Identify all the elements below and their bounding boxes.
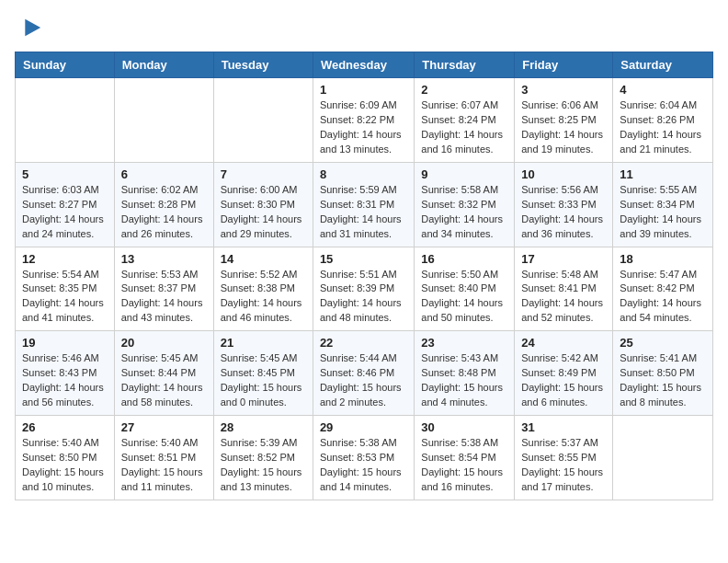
day-number: 16 [421,252,507,266]
day-cell: 22Sunrise: 5:44 AM Sunset: 8:46 PM Dayli… [313,331,414,416]
day-number: 3 [521,83,606,97]
weekday-header-tuesday: Tuesday [213,52,313,78]
day-number: 1 [320,83,407,97]
day-number: 30 [421,420,507,434]
day-cell: 26Sunrise: 5:40 AM Sunset: 8:50 PM Dayli… [16,416,115,500]
day-info: Sunrise: 5:54 AM Sunset: 8:35 PM Dayligh… [22,268,108,327]
day-number: 4 [620,83,706,97]
day-number: 19 [22,336,108,350]
day-cell: 14Sunrise: 5:52 AM Sunset: 8:38 PM Dayli… [213,247,313,331]
day-number: 27 [121,420,207,434]
day-number: 26 [22,420,108,434]
day-info: Sunrise: 5:38 AM Sunset: 8:53 PM Dayligh… [320,436,407,495]
day-info: Sunrise: 5:46 AM Sunset: 8:43 PM Dayligh… [22,351,108,410]
weekday-header-sunday: Sunday [16,52,115,78]
weekday-header-monday: Monday [114,52,213,78]
day-cell: 3Sunrise: 6:06 AM Sunset: 8:25 PM Daylig… [515,78,613,163]
day-cell: 5Sunrise: 6:03 AM Sunset: 8:27 PM Daylig… [16,162,115,247]
day-cell: 17Sunrise: 5:48 AM Sunset: 8:41 PM Dayli… [515,247,613,331]
day-info: Sunrise: 6:09 AM Sunset: 8:22 PM Dayligh… [320,98,407,157]
svg-marker-0 [25,19,40,37]
day-info: Sunrise: 5:51 AM Sunset: 8:39 PM Dayligh… [320,268,407,327]
day-cell: 27Sunrise: 5:40 AM Sunset: 8:51 PM Dayli… [114,416,213,500]
week-row-3: 12Sunrise: 5:54 AM Sunset: 8:35 PM Dayli… [16,247,713,331]
week-row-4: 19Sunrise: 5:46 AM Sunset: 8:43 PM Dayli… [16,331,713,416]
day-number: 18 [620,252,706,266]
day-number: 22 [320,336,407,350]
day-info: Sunrise: 5:59 AM Sunset: 8:31 PM Dayligh… [320,183,407,242]
day-number: 24 [521,336,606,350]
day-cell: 7Sunrise: 6:00 AM Sunset: 8:30 PM Daylig… [213,162,313,247]
day-info: Sunrise: 5:47 AM Sunset: 8:42 PM Dayligh… [620,268,706,327]
day-info: Sunrise: 5:40 AM Sunset: 8:50 PM Dayligh… [22,436,108,495]
day-info: Sunrise: 6:02 AM Sunset: 8:28 PM Dayligh… [121,183,207,242]
day-number: 13 [121,252,207,266]
day-number: 28 [221,420,306,434]
day-cell: 21Sunrise: 5:45 AM Sunset: 8:45 PM Dayli… [213,331,313,416]
day-info: Sunrise: 5:48 AM Sunset: 8:41 PM Dayligh… [521,268,606,327]
week-row-1: 1Sunrise: 6:09 AM Sunset: 8:22 PM Daylig… [16,78,713,163]
day-info: Sunrise: 5:39 AM Sunset: 8:52 PM Dayligh… [221,436,306,495]
day-number: 23 [421,336,507,350]
day-cell: 10Sunrise: 5:56 AM Sunset: 8:33 PM Dayli… [515,162,613,247]
day-cell: 24Sunrise: 5:42 AM Sunset: 8:49 PM Dayli… [515,331,613,416]
day-cell: 18Sunrise: 5:47 AM Sunset: 8:42 PM Dayli… [613,247,713,331]
logo [15,15,42,40]
week-row-5: 26Sunrise: 5:40 AM Sunset: 8:50 PM Dayli… [16,416,713,500]
weekday-header-friday: Friday [515,52,613,78]
day-number: 12 [22,252,108,266]
day-cell: 9Sunrise: 5:58 AM Sunset: 8:32 PM Daylig… [415,162,515,247]
weekday-header-wednesday: Wednesday [313,52,414,78]
day-info: Sunrise: 5:58 AM Sunset: 8:32 PM Dayligh… [421,183,507,242]
day-info: Sunrise: 5:41 AM Sunset: 8:50 PM Dayligh… [620,351,706,410]
day-number: 9 [421,167,507,181]
week-row-2: 5Sunrise: 6:03 AM Sunset: 8:27 PM Daylig… [16,162,713,247]
day-info: Sunrise: 5:52 AM Sunset: 8:38 PM Dayligh… [221,268,306,327]
day-cell: 30Sunrise: 5:38 AM Sunset: 8:54 PM Dayli… [415,416,515,500]
day-info: Sunrise: 5:37 AM Sunset: 8:55 PM Dayligh… [521,436,606,495]
day-info: Sunrise: 5:50 AM Sunset: 8:40 PM Dayligh… [421,268,507,327]
day-cell [114,78,213,163]
logo-icon [17,15,42,40]
day-cell [213,78,313,163]
day-number: 25 [620,336,706,350]
day-number: 17 [521,252,606,266]
day-info: Sunrise: 6:07 AM Sunset: 8:24 PM Dayligh… [421,98,507,157]
day-info: Sunrise: 5:53 AM Sunset: 8:37 PM Dayligh… [121,268,207,327]
day-cell: 1Sunrise: 6:09 AM Sunset: 8:22 PM Daylig… [313,78,414,163]
day-cell: 13Sunrise: 5:53 AM Sunset: 8:37 PM Dayli… [114,247,213,331]
day-number: 5 [22,167,108,181]
day-info: Sunrise: 6:00 AM Sunset: 8:30 PM Dayligh… [221,183,306,242]
day-info: Sunrise: 5:45 AM Sunset: 8:45 PM Dayligh… [221,351,306,410]
day-cell: 6Sunrise: 6:02 AM Sunset: 8:28 PM Daylig… [114,162,213,247]
day-number: 21 [221,336,306,350]
day-cell: 23Sunrise: 5:43 AM Sunset: 8:48 PM Dayli… [415,331,515,416]
day-number: 6 [121,167,207,181]
day-info: Sunrise: 5:38 AM Sunset: 8:54 PM Dayligh… [421,436,507,495]
day-info: Sunrise: 6:04 AM Sunset: 8:26 PM Dayligh… [620,98,706,157]
day-info: Sunrise: 5:56 AM Sunset: 8:33 PM Dayligh… [521,183,606,242]
day-cell: 19Sunrise: 5:46 AM Sunset: 8:43 PM Dayli… [16,331,115,416]
weekday-header-saturday: Saturday [613,52,713,78]
day-cell: 25Sunrise: 5:41 AM Sunset: 8:50 PM Dayli… [613,331,713,416]
day-cell: 31Sunrise: 5:37 AM Sunset: 8:55 PM Dayli… [515,416,613,500]
day-number: 2 [421,83,507,97]
day-cell [16,78,115,163]
day-cell: 28Sunrise: 5:39 AM Sunset: 8:52 PM Dayli… [213,416,313,500]
day-number: 10 [521,167,606,181]
day-info: Sunrise: 5:43 AM Sunset: 8:48 PM Dayligh… [421,351,507,410]
day-info: Sunrise: 5:40 AM Sunset: 8:51 PM Dayligh… [121,436,207,495]
day-cell: 12Sunrise: 5:54 AM Sunset: 8:35 PM Dayli… [16,247,115,331]
day-number: 8 [320,167,407,181]
day-number: 7 [221,167,306,181]
day-number: 29 [320,420,407,434]
day-cell: 11Sunrise: 5:55 AM Sunset: 8:34 PM Dayli… [613,162,713,247]
day-info: Sunrise: 6:03 AM Sunset: 8:27 PM Dayligh… [22,183,108,242]
day-number: 20 [121,336,207,350]
calendar-table: SundayMondayTuesdayWednesdayThursdayFrid… [15,52,713,500]
day-cell: 2Sunrise: 6:07 AM Sunset: 8:24 PM Daylig… [415,78,515,163]
day-info: Sunrise: 5:42 AM Sunset: 8:49 PM Dayligh… [521,351,606,410]
day-cell: 16Sunrise: 5:50 AM Sunset: 8:40 PM Dayli… [415,247,515,331]
day-number: 15 [320,252,407,266]
day-number: 31 [521,420,606,434]
